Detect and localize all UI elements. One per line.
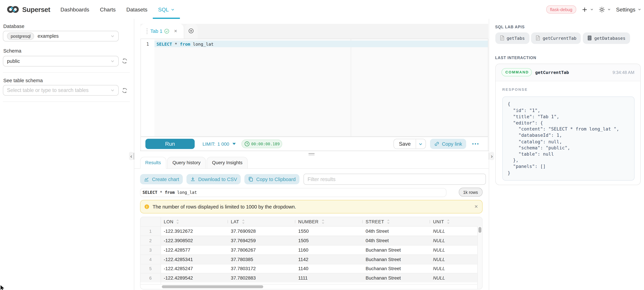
more-options-icon[interactable] — [472, 142, 479, 146]
command-badge: COMMAND — [501, 68, 532, 76]
document-icon — [500, 35, 504, 41]
database-select[interactable]: postgresql examples — [3, 31, 118, 41]
get-current-tab-button[interactable]: getCurrentTab — [531, 32, 581, 44]
nav-item-dashboards[interactable]: Dashboards — [55, 0, 94, 19]
column-header-street[interactable]: STREET — [362, 217, 430, 226]
column-header-number[interactable]: NUMBER — [295, 217, 362, 226]
download-csv-button[interactable]: Download to CSV — [186, 174, 241, 184]
brand[interactable]: Superset — [0, 5, 55, 14]
column-header-lon[interactable]: LON — [160, 217, 228, 226]
sql-code-line: SELECT * from long_lat — [156, 40, 214, 47]
sql-lab-api-panel: SQL LAB APIS getTabs getCurrentTab getDa… — [489, 19, 644, 290]
main-nav: Dashboards Charts Datasets SQL — [55, 0, 180, 19]
theme-menu[interactable] — [599, 6, 611, 13]
editor-ruler — [351, 39, 351, 136]
refresh-icon[interactable] — [122, 87, 128, 93]
sql-code-editor[interactable]: 1 SELECT * from long_lat — [140, 38, 488, 137]
results-actions: Create chart Download to CSV Copy to Cli… — [140, 174, 486, 184]
chevron-down-icon — [110, 34, 114, 38]
file-cabinet-icon — [588, 35, 592, 41]
refresh-icon[interactable] — [122, 58, 128, 64]
chevron-down-icon — [638, 8, 641, 11]
close-tab-icon[interactable]: ✕ — [174, 29, 177, 33]
clock-icon — [244, 141, 250, 147]
nav-item-sql[interactable]: SQL — [153, 0, 180, 19]
editor-tab[interactable]: Tab 1 ✕ — [140, 23, 184, 38]
table-search-input[interactable] — [7, 87, 110, 93]
table-select[interactable] — [3, 85, 118, 96]
results-tabbar: Results Query history Query Insights — [134, 157, 489, 168]
run-button[interactable]: Run — [146, 139, 195, 149]
sun-icon — [599, 6, 605, 13]
schema-label: Schema — [3, 48, 134, 54]
interaction-timestamp: 9:34:48 AM — [612, 70, 634, 75]
filter-results-input[interactable] — [304, 174, 486, 185]
last-interaction-card: COMMAND getCurrentTab 9:34:48 AM RESPONS… — [495, 63, 640, 185]
sort-icon[interactable] — [447, 220, 450, 224]
chevron-down-icon — [110, 88, 114, 92]
sort-icon[interactable] — [176, 220, 179, 224]
sort-icon[interactable] — [242, 220, 245, 224]
split-drag-handle[interactable] — [308, 153, 315, 155]
row-number: 1 — [140, 227, 160, 236]
header-gutter — [140, 217, 160, 226]
horizontal-scrollbar[interactable] — [140, 284, 477, 289]
get-tabs-button[interactable]: getTabs — [495, 32, 529, 44]
tab-query-history[interactable]: Query history — [167, 157, 206, 168]
limit-dropdown[interactable]: LIMIT: 1 000 — [202, 141, 236, 146]
elapsed-time: 00:00:00.189 — [251, 142, 280, 146]
save-button[interactable]: Save — [394, 139, 426, 149]
column-header-unit[interactable]: UNIT — [430, 217, 482, 226]
interaction-card-header: COMMAND getCurrentTab 9:34:48 AM — [496, 64, 640, 81]
response-code-block: { "id": "1", "title": "Tab 1", "editor":… — [502, 97, 634, 181]
mouse-cursor — [0, 285, 6, 290]
executed-query-preview[interactable]: SELECT * from long_lat — [140, 188, 446, 197]
editor-results-divider[interactable] — [140, 150, 489, 151]
link-icon — [434, 141, 440, 147]
table-schema-label: See table schema — [3, 77, 134, 83]
table-row: 2 -122.3908502 37.7694259 1505 04th Stre… — [140, 236, 482, 245]
editor-tab-title: Tab 1 — [150, 28, 162, 34]
chevron-down-icon[interactable] — [416, 139, 426, 149]
rows-limit-warning: ! The number of rows displayed is limite… — [140, 200, 482, 214]
collapse-left-panel-button[interactable]: ‹ — [129, 152, 134, 160]
database-label: Database — [3, 23, 134, 29]
warning-icon: ! — [144, 204, 149, 209]
copy-icon — [248, 177, 254, 182]
drag-handle-icon[interactable] — [146, 28, 148, 34]
schema-select[interactable]: public — [3, 55, 118, 66]
tab-results[interactable]: Results — [140, 157, 166, 168]
table-row: 5 -122.4285247 37.7803172 1140 Buchanan … — [140, 264, 482, 273]
new-item-menu[interactable] — [582, 6, 594, 13]
sort-icon[interactable] — [321, 220, 324, 224]
results-table-header: LON LAT NUMBER STREET UNIT — [140, 217, 482, 226]
get-databases-button[interactable]: getDatabases — [583, 32, 630, 44]
copy-link-button[interactable]: Copy link — [430, 139, 466, 149]
chart-icon — [144, 177, 149, 182]
chevron-down-icon — [171, 7, 174, 11]
copy-clipboard-button[interactable]: Copy to Clipboard — [244, 174, 300, 184]
sqllab-sidebar: Database postgresql examples Schema publ… — [0, 19, 134, 290]
expand-right-panel-button[interactable]: › — [490, 152, 494, 160]
settings-menu[interactable]: Settings — [616, 6, 641, 13]
chevron-down-icon — [590, 8, 594, 11]
tab-query-insights[interactable]: Query Insights — [207, 157, 248, 168]
row-number: 3 — [140, 246, 160, 255]
nav-item-datasets[interactable]: Datasets — [121, 0, 153, 19]
superset-sql-lab: Superset Dashboards Charts Datasets SQL … — [0, 0, 644, 290]
editor-toolbar: Run LIMIT: 1 000 00:00:00.189 Save — [140, 137, 488, 151]
nav-item-charts[interactable]: Charts — [94, 0, 121, 19]
sort-icon[interactable] — [387, 220, 390, 224]
results-table-body: 1 -122.3912672 37.7690928 1550 04th Stre… — [140, 226, 482, 283]
query-timer: 00:00:00.189 — [242, 140, 282, 148]
api-buttons: getTabs getCurrentTab getDatabases — [495, 32, 630, 44]
close-warning-icon[interactable]: ✕ — [474, 204, 478, 210]
caret-down-icon — [232, 143, 236, 145]
database-name: examples — [38, 33, 59, 39]
editor-tabstrip: Tab 1 ✕ — [140, 23, 488, 38]
superset-logo-icon — [6, 5, 20, 14]
column-header-lat[interactable]: LAT — [228, 217, 295, 226]
new-tab-button[interactable] — [185, 23, 198, 38]
vertical-scrollbar[interactable] — [478, 227, 481, 233]
create-chart-button[interactable]: Create chart — [140, 174, 183, 184]
